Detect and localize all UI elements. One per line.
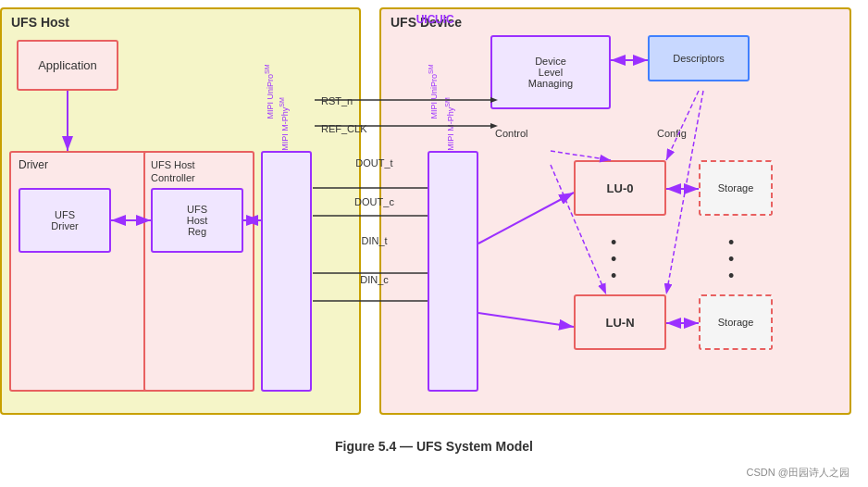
descriptors-box: Descriptors	[648, 35, 750, 81]
dots-storage: •••	[728, 234, 734, 284]
dots-lu: •••	[611, 234, 616, 284]
din-t-label: DIN_t	[321, 235, 428, 246]
signal-labels: DOUT_t DOUT_c DIN_t DIN_c	[321, 157, 428, 285]
ufs-host-label: UFS Host	[11, 15, 69, 30]
lu0-label: LU-0	[607, 181, 634, 195]
ufs-host-reg-label: UFSHostReg	[187, 204, 208, 237]
diagram: UFS Host UFS Device Application Driver U…	[0, 7, 851, 433]
uic-left-label: UIC	[416, 13, 436, 26]
din-c-label: DIN_c	[321, 274, 428, 285]
dout-c-label: DOUT_c	[321, 196, 428, 207]
uic-right-label: UIC	[435, 13, 454, 26]
ufs-host-ctrl-label: UFS HostController	[151, 158, 195, 185]
lu0-box: LU-0	[574, 160, 666, 216]
control-label: Control	[495, 128, 527, 139]
descriptors-label: Descriptors	[673, 53, 725, 64]
refclk-label: REF_CLK	[321, 123, 367, 134]
driver-label: Driver	[19, 158, 48, 171]
figure-caption: Figure 5.4 — UFS System Model	[0, 439, 868, 454]
lun-label: LU-N	[605, 316, 634, 330]
mipi-right-1-label: MIPI UniProSM	[428, 36, 439, 147]
ufs-host-reg-box: UFSHostReg	[151, 188, 243, 253]
uic-right-box	[428, 151, 478, 392]
driver-box: Driver	[9, 151, 157, 392]
dlm-box: DeviceLevelManaging	[490, 35, 611, 109]
application-box: Application	[17, 40, 118, 91]
ufs-host-controller-box: UFS HostController	[143, 151, 254, 392]
storage2-label: Storage	[718, 317, 754, 328]
mipi-left-2-label: MIPI M-PhySM	[279, 69, 290, 180]
ufs-driver-box: UFSDriver	[19, 188, 111, 253]
config-label: Config	[657, 128, 687, 139]
storage2-box: Storage	[699, 294, 773, 350]
application-label: Application	[38, 58, 97, 72]
dlm-label: DeviceLevelManaging	[528, 56, 573, 89]
footer-note: CSDN @田园诗人之园	[747, 466, 849, 480]
uic-left-box	[261, 151, 312, 392]
mipi-right-2-label: MIPI M-PhySM	[444, 69, 455, 180]
storage1-label: Storage	[718, 182, 754, 194]
ufs-driver-label: UFSDriver	[51, 209, 78, 231]
mipi-left-1-label: MIPI UniProSM	[264, 36, 275, 147]
lun-box: LU-N	[574, 294, 666, 350]
storage1-box: Storage	[699, 160, 773, 216]
rst-label: RST_n	[321, 95, 353, 106]
dout-t-label: DOUT_t	[321, 157, 428, 169]
